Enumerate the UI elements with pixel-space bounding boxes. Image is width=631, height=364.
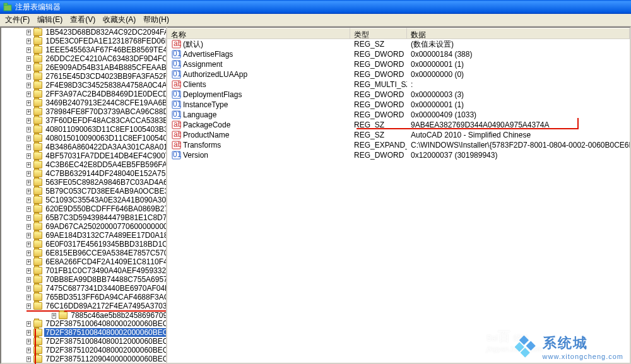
tree-node[interactable]: +620E9D550BCDFFF646BA0869B2722C86F xyxy=(1,204,166,213)
expand-icon[interactable]: + xyxy=(27,56,31,62)
value-row[interactable]: 011AssignmentREG_DWORD0x00000001 (1) xyxy=(167,59,630,69)
col-header-type[interactable]: 类型 xyxy=(350,28,407,38)
value-row[interactable]: abPackageCodeREG_SZ9AB4EA382769D344A0490… xyxy=(167,120,630,130)
expand-icon[interactable]: + xyxy=(27,118,31,124)
tree-node[interactable]: +7D2F387510084080012000060BECB6AB xyxy=(1,337,166,346)
values-pane[interactable]: 名称 类型 数据 ab(默认)REG_SZ(数值未设置)011Advertise… xyxy=(167,26,631,364)
expand-icon[interactable]: + xyxy=(27,144,31,150)
menu-edit[interactable]: 编辑(E) xyxy=(33,13,66,26)
expand-icon[interactable]: + xyxy=(27,339,31,344)
tree-node[interactable]: +4C7BB6329144DF248040E152A7523ED4 xyxy=(1,169,166,178)
tree-node[interactable]: +69AE184D3132C7A489EE17D0A18F48CA xyxy=(1,231,166,240)
tree-node[interactable]: +5B79C053C7D38EE4AB9A0OCBE3B5D2472 xyxy=(1,187,166,196)
tree-node[interactable]: +4B3486A860422DA3AA301CA8A012D781 xyxy=(1,143,166,151)
expand-icon[interactable]: + xyxy=(27,109,31,115)
tree-node[interactable]: +6E8A266FCD4F2A1409E1C8110F44DECE xyxy=(1,257,166,266)
expand-icon[interactable]: + xyxy=(27,206,31,212)
tree-node[interactable]: +408015010090063D11C8EF10054038389C xyxy=(1,134,166,143)
col-header-data[interactable]: 数据 xyxy=(407,28,630,38)
tree-node[interactable]: +4C3B6EC42E8DD5A4EB5FB596FA44B3C0 xyxy=(1,160,166,169)
expand-icon[interactable]: + xyxy=(52,313,56,319)
expand-icon[interactable]: + xyxy=(27,74,31,79)
tree-node[interactable]: +7885c46ae5b8b2458696709a5b6f5f1 xyxy=(27,310,166,319)
value-row[interactable]: 011VersionREG_DWORD0x12000037 (301989943… xyxy=(167,150,630,160)
expand-icon[interactable]: + xyxy=(27,295,31,300)
expand-icon[interactable]: + xyxy=(27,153,31,159)
expand-icon[interactable]: + xyxy=(27,242,31,247)
tree-node[interactable]: +1EEE545563AF67F46BEB8569TE4F2B5D xyxy=(1,45,166,54)
tree-pane[interactable]: +1B5423D68BD832A4C92DC2094FA0AB6F+1D5E3C… xyxy=(0,26,167,364)
tree-node[interactable]: +7475C6877341D3440BE6970AF04E1501 xyxy=(1,284,166,293)
tree-node[interactable]: +1B5423D68BD832A4C92DC2094FA0AB6F xyxy=(1,28,166,37)
expand-icon[interactable]: + xyxy=(27,259,31,265)
folder-icon xyxy=(33,214,42,221)
menu-favorites[interactable]: 收藏夹(A) xyxy=(99,13,139,26)
expand-icon[interactable]: + xyxy=(27,356,31,362)
expand-icon[interactable]: + xyxy=(27,47,31,53)
tree-node[interactable]: +2F4E98D3C34525838A4758A0C4A24280 xyxy=(1,81,166,90)
tree-node[interactable]: +378984FE8F70D3739ABCA96C88DA9A46 xyxy=(1,107,166,116)
expand-icon[interactable]: + xyxy=(27,83,31,88)
expand-icon[interactable]: + xyxy=(27,136,31,141)
tree-node[interactable]: +765BD3513FF6DA94CAF4688F3ACCDFBF xyxy=(1,293,166,302)
tree-node[interactable]: +408011090063D11C8EF1005403B3839C xyxy=(1,125,166,134)
tree-node[interactable]: +7D2F387510084080002000060BECB6AB xyxy=(1,328,166,337)
tree-node[interactable]: +6E815EB96CCE9A5384E7857C57002F0 xyxy=(1,249,166,257)
expand-icon[interactable]: + xyxy=(27,180,31,185)
value-row[interactable]: 011AuthorizedLUAAppREG_DWORD0x00000000 (… xyxy=(167,69,630,79)
tree-node[interactable]: +7D2F387510204080002000060BECB6AB xyxy=(1,346,166,355)
value-row[interactable]: abProductNameREG_SZAutoCAD 2010 - Simpli… xyxy=(167,130,630,140)
list-header: 名称 类型 数据 xyxy=(167,28,630,39)
tree-node[interactable]: +6E0F0317E45619345BBD318BD1CBC646 xyxy=(1,240,166,249)
value-row[interactable]: 011AdvertiseFlagsREG_DWORD0x00000184 (38… xyxy=(167,49,630,59)
tree-node[interactable]: +4BF57031FA7DDE14DB4EF4C900TDC2FF xyxy=(1,151,166,160)
expand-icon[interactable]: + xyxy=(27,189,31,194)
expand-icon[interactable]: + xyxy=(27,277,31,283)
expand-icon[interactable]: + xyxy=(27,162,31,168)
tree-node[interactable]: +76C16DD89A2172F4EA7495A3703F4D37 xyxy=(1,302,166,310)
value-row[interactable]: 011LanguageREG_DWORD0x00000409 (1033) xyxy=(167,110,630,120)
expand-icon[interactable]: + xyxy=(27,100,31,106)
expand-icon[interactable]: + xyxy=(27,250,31,256)
tree-node[interactable]: +37F60DEFDF48AC83CACCA5383B834973 xyxy=(1,116,166,125)
expand-icon[interactable]: + xyxy=(27,321,31,327)
tree-node[interactable]: +1D5E3C0FEDA1E12318768FED06E995A xyxy=(1,37,166,45)
expand-icon[interactable]: + xyxy=(27,215,31,221)
tree-node[interactable]: +26E909AD54B31AB4B885CFEAABB4EC9C xyxy=(1,63,166,72)
expand-icon[interactable]: + xyxy=(27,38,31,44)
expand-icon[interactable]: + xyxy=(27,127,31,132)
tree-node[interactable]: +7D2F387510064080000200060BECB6AB xyxy=(1,319,166,328)
menu-view[interactable]: 查看(V) xyxy=(66,13,99,26)
expand-icon[interactable]: + xyxy=(27,268,31,274)
expand-icon[interactable]: + xyxy=(27,197,31,203)
tree-node[interactable]: +65B7C3D59439844479B81E1C8D7598AC8 xyxy=(1,213,166,222)
value-row[interactable]: abClientsREG_MULTI_SZ: xyxy=(167,79,630,90)
tree-node[interactable]: +27615E45D3CD4023BB9FA3FA52FC8FEA xyxy=(1,72,166,81)
expand-icon[interactable]: + xyxy=(27,330,31,336)
tree-node[interactable]: +3469B2407913E244C8CFE19AA6BE1A66 xyxy=(1,98,166,107)
col-header-name[interactable]: 名称 xyxy=(167,28,350,38)
value-row[interactable]: ab(默认)REG_SZ(数值未设置) xyxy=(167,39,630,49)
expand-icon[interactable]: + xyxy=(27,348,31,353)
tree-node[interactable]: +701FB1C0C73490A40AEF4959332410OF xyxy=(1,266,166,275)
expand-icon[interactable]: + xyxy=(27,286,31,291)
tree-node[interactable]: +5C1093C35543A0E32A41B090A305076A xyxy=(1,196,166,204)
value-row[interactable]: abTransformsREG_EXPAND_SZC:\WINDOWS\Inst… xyxy=(167,140,630,150)
tree-node[interactable]: +70BB8EA99D8BB74488C755A69578D8A3 xyxy=(1,275,166,284)
menu-help[interactable]: 帮助(H) xyxy=(139,13,173,26)
tree-node[interactable]: +26DDC2EC4210AC63483DF9D4FCC58B59 xyxy=(1,54,166,63)
expand-icon[interactable]: + xyxy=(27,65,31,71)
expand-icon[interactable]: + xyxy=(27,91,31,97)
expand-icon[interactable]: + xyxy=(27,30,31,35)
expand-icon[interactable]: + xyxy=(27,224,31,230)
tree-node[interactable]: +563FE05C8982A9846B7C03AD4A669E2A xyxy=(1,178,166,187)
expand-icon[interactable]: + xyxy=(27,233,31,238)
menu-file[interactable]: 文件(F) xyxy=(1,13,33,26)
tree-node[interactable]: +7D2F387511209040000000060BECB6AB xyxy=(1,355,166,363)
expand-icon[interactable]: + xyxy=(27,303,31,309)
tree-node[interactable]: +2FF3A97AC2B4DB8469D1E0DECD39044B xyxy=(1,90,166,98)
expand-icon[interactable]: + xyxy=(27,171,31,177)
tree-node[interactable]: +69AD67CA25020000770600000000000030 xyxy=(1,222,166,231)
value-row[interactable]: 011InstanceTypeREG_DWORD0x00000001 (1) xyxy=(167,100,630,110)
value-row[interactable]: 011DeploymentFlagsREG_DWORD0x00000003 (3… xyxy=(167,90,630,100)
